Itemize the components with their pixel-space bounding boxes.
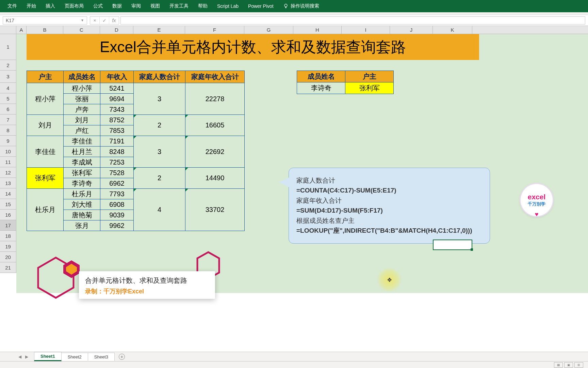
sheet-tab-1[interactable]: Sheet1 — [34, 352, 62, 361]
cell-count[interactable]: 2 — [134, 168, 185, 189]
ribbon-tab-insert[interactable]: 插入 — [41, 0, 60, 12]
col-header-d[interactable]: D — [100, 26, 133, 34]
cell-income[interactable]: 8752 — [100, 115, 134, 125]
row-header-1[interactable]: 1 — [0, 34, 16, 60]
cell-lookup-owner[interactable]: 张利军 — [345, 82, 394, 94]
cell-income[interactable]: 7853 — [100, 125, 134, 136]
cell-sum[interactable]: 16605 — [185, 115, 245, 136]
th-lookup-name[interactable]: 成员姓名 — [297, 71, 345, 82]
cell-member[interactable]: 杜月兰 — [64, 147, 100, 157]
th-sum[interactable]: 家庭年收入合计 — [185, 71, 245, 83]
sheet-tab-3[interactable]: Sheet3 — [88, 353, 115, 361]
cell-income[interactable]: 9039 — [100, 210, 134, 220]
cell-income[interactable]: 6962 — [100, 178, 134, 189]
worksheet[interactable]: Excel合并单元格内计数、求和及数据查询套路 户主 成员姓名 年收入 家庭人数… — [16, 34, 588, 273]
ribbon-tab-powerpivot[interactable]: Power Pivot — [243, 0, 278, 12]
ribbon-tab-home[interactable]: 开始 — [22, 0, 41, 12]
tab-nav-first-icon[interactable]: ◀ — [16, 354, 23, 359]
row-header-18[interactable]: 18 — [0, 231, 16, 241]
col-header-a[interactable]: A — [16, 26, 27, 34]
fx-insert-function-button[interactable]: fx — [109, 17, 119, 24]
row-header-3[interactable]: 3 — [0, 71, 16, 83]
col-header-g[interactable]: G — [244, 26, 293, 34]
view-pagebreak-icon[interactable]: ⊞ — [574, 362, 583, 368]
ribbon-tab-pagelayout[interactable]: 页面布局 — [60, 0, 88, 12]
cell-owner[interactable]: 张利军 — [27, 168, 64, 189]
cell-count[interactable]: 2 — [134, 115, 185, 136]
select-all-corner[interactable] — [0, 26, 16, 34]
col-header-j[interactable]: J — [390, 26, 433, 34]
cell-member[interactable]: 张利军 — [64, 168, 100, 178]
cell-member[interactable]: 唐艳菊 — [64, 210, 100, 220]
cell-count[interactable]: 4 — [134, 189, 185, 231]
cell-sum[interactable]: 14490 — [185, 168, 245, 189]
th-count[interactable]: 家庭人数合计 — [134, 71, 185, 83]
row-header-12[interactable]: 12 — [0, 167, 16, 178]
ribbon-tab-view[interactable]: 视图 — [146, 0, 165, 12]
row-header-9[interactable]: 9 — [0, 136, 16, 146]
row-header-11[interactable]: 11 — [0, 157, 16, 167]
row-header-15[interactable]: 15 — [0, 199, 16, 210]
view-pagelayout-icon[interactable]: ▣ — [564, 362, 573, 368]
cell-income[interactable]: 7191 — [100, 136, 134, 147]
tab-nav-last-icon[interactable]: ▶ — [23, 354, 30, 359]
row-header-19[interactable]: 19 — [0, 241, 16, 252]
row-header-13[interactable]: 13 — [0, 178, 16, 188]
cell-member[interactable]: 张月 — [64, 220, 100, 231]
fx-enter-button[interactable]: ✓ — [100, 17, 109, 24]
row-header-21[interactable]: 21 — [0, 262, 16, 273]
ribbon-tab-file[interactable]: 文件 — [3, 0, 22, 12]
row-header-14[interactable]: 14 — [0, 188, 16, 199]
cell-member[interactable]: 卢奔 — [64, 104, 100, 115]
row-header-8[interactable]: 8 — [0, 125, 16, 136]
cell-count[interactable]: 3 — [134, 83, 185, 115]
row-header-7[interactable]: 7 — [0, 114, 16, 125]
col-header-k[interactable]: K — [433, 26, 472, 34]
row-header-5[interactable]: 5 — [0, 93, 16, 104]
th-lookup-owner[interactable]: 户主 — [345, 71, 394, 82]
tell-me-search[interactable]: 操作说明搜索 — [278, 3, 324, 9]
ribbon-tab-help[interactable]: 帮助 — [193, 0, 212, 12]
ribbon-tab-developer[interactable]: 开发工具 — [165, 0, 193, 12]
formula-bar[interactable] — [120, 16, 585, 25]
cell-income[interactable]: 7793 — [100, 189, 134, 199]
row-header-10[interactable]: 10 — [0, 146, 16, 157]
name-box[interactable]: K17 ▼ — [3, 16, 87, 25]
sheet-tab-2[interactable]: Sheet2 — [61, 353, 88, 361]
cell-member[interactable]: 李佳佳 — [64, 136, 100, 147]
row-header-17[interactable]: 17 — [0, 220, 16, 231]
cell-sum[interactable]: 22692 — [185, 136, 245, 168]
active-cell-k17[interactable] — [433, 240, 472, 250]
cell-income[interactable]: 7528 — [100, 168, 134, 178]
cell-income[interactable]: 8248 — [100, 147, 134, 157]
cell-income[interactable]: 7253 — [100, 157, 134, 168]
cell-member[interactable]: 李诗奇 — [64, 178, 100, 189]
cell-sum[interactable]: 22278 — [185, 83, 245, 115]
col-header-b[interactable]: B — [27, 26, 63, 34]
add-sheet-button[interactable]: + — [117, 353, 127, 361]
th-member[interactable]: 成员姓名 — [64, 71, 100, 83]
cell-member[interactable]: 刘大维 — [64, 199, 100, 210]
ribbon-tab-data[interactable]: 数据 — [108, 0, 127, 12]
col-header-c[interactable]: C — [63, 26, 100, 34]
cell-income[interactable]: 6908 — [100, 199, 134, 210]
cell-owner[interactable]: 杜乐月 — [27, 189, 64, 231]
row-header-16[interactable]: 16 — [0, 210, 16, 220]
ribbon-tab-formulas[interactable]: 公式 — [88, 0, 108, 12]
row-header-20[interactable]: 20 — [0, 252, 16, 262]
view-normal-icon[interactable]: ▦ — [554, 362, 563, 368]
cell-member[interactable]: 杜乐月 — [64, 189, 100, 199]
cell-member[interactable]: 李成斌 — [64, 157, 100, 168]
cell-member[interactable]: 刘月 — [64, 115, 100, 125]
ribbon-tab-review[interactable]: 审阅 — [127, 0, 146, 12]
cell-income[interactable]: 9962 — [100, 220, 134, 231]
cell-sum[interactable]: 33702 — [185, 189, 245, 231]
th-owner[interactable]: 户主 — [27, 71, 64, 83]
row-header-6[interactable]: 6 — [0, 104, 16, 114]
cell-income[interactable]: 5241 — [100, 83, 134, 94]
cell-member[interactable]: 卢红 — [64, 125, 100, 136]
cell-lookup-name[interactable]: 李诗奇 — [297, 82, 345, 94]
col-header-h[interactable]: H — [293, 26, 342, 34]
col-header-f[interactable]: F — [185, 26, 244, 34]
row-header-4[interactable]: 4 — [0, 83, 16, 93]
